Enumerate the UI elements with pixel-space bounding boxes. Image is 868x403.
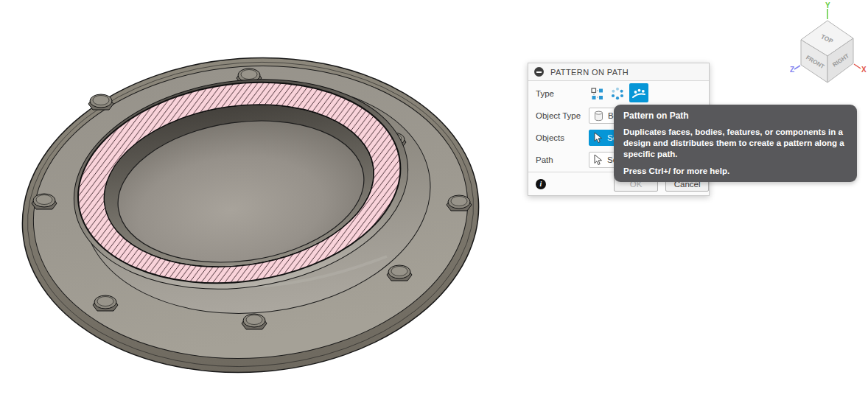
type-rectangular-button[interactable] <box>587 84 606 103</box>
body-icon <box>594 111 603 122</box>
pattern-on-path-icon <box>631 85 646 100</box>
path-label: Path <box>536 151 589 169</box>
info-icon[interactable]: i <box>536 179 546 189</box>
rectangular-pattern-icon <box>591 88 603 100</box>
x-axis-label: X <box>861 66 867 74</box>
x-axis-line <box>854 64 861 69</box>
application-window: Y Z X TOP FRONT RIGHT PATTERN ON PATH Ty… <box>0 0 868 403</box>
circular-pattern-icon <box>611 87 624 100</box>
tooltip-help-hint: Press Ctrl+/ for more help. <box>623 167 847 175</box>
z-axis-line <box>794 66 800 69</box>
dialog-header[interactable]: PATTERN ON PATH <box>528 63 709 81</box>
collapse-icon[interactable] <box>534 67 544 77</box>
y-axis-label: Y <box>825 1 830 10</box>
cursor-icon <box>594 133 603 144</box>
pattern-on-path-tooltip: Pattern on Path Duplicates faces, bodies… <box>614 105 857 182</box>
objects-label: Objects <box>536 129 589 147</box>
type-circular-button[interactable] <box>608 84 627 103</box>
viewcube[interactable]: Y Z X TOP FRONT RIGHT <box>790 1 868 87</box>
cursor-icon <box>594 155 603 166</box>
z-axis-label: Z <box>790 66 794 74</box>
model-viewport[interactable] <box>0 0 501 403</box>
dialog-title: PATTERN ON PATH <box>550 68 629 77</box>
tooltip-body: Duplicates faces, bodies, features, or c… <box>623 127 847 160</box>
tooltip-title: Pattern on Path <box>623 111 847 121</box>
type-on-path-button[interactable] <box>629 83 648 102</box>
type-label: Type <box>536 85 589 102</box>
object-type-label: Object Type <box>536 107 589 125</box>
